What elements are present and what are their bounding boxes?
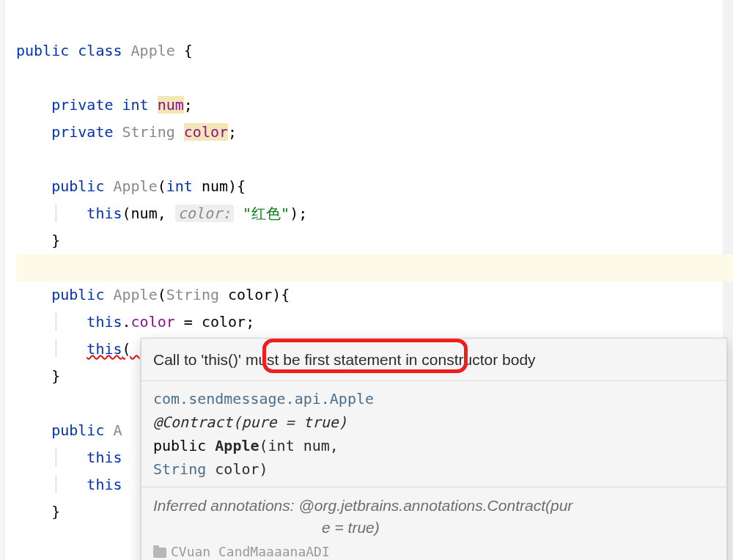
keyword-public: public xyxy=(16,42,69,59)
code-line[interactable]: public Apple(String color){ xyxy=(16,286,290,303)
code-line[interactable]: public A xyxy=(16,421,122,439)
code-line[interactable] xyxy=(16,150,25,168)
param-hint-color: color: xyxy=(175,205,234,222)
contract-annotation: @Contract(pure = true) xyxy=(153,410,715,434)
code-line[interactable]: } xyxy=(16,367,60,385)
error-tooltip: Call to 'this()' must be first statement… xyxy=(141,338,727,560)
code-line[interactable]: │ this.color = color; xyxy=(16,313,254,331)
usage-highlight: num xyxy=(158,96,184,114)
code-line[interactable]: │ this xyxy=(16,476,122,493)
keyword-private: private xyxy=(51,123,113,141)
code-line[interactable]: } xyxy=(16,557,25,560)
code-line[interactable]: public class Apple { xyxy=(16,42,193,59)
type-string: String xyxy=(122,123,175,141)
code-line[interactable] xyxy=(16,69,25,86)
ctor-name: Apple xyxy=(113,177,157,195)
tooltip-text-highlighted: ' must be first statement xyxy=(238,351,405,368)
code-line[interactable]: public Apple(int num){ xyxy=(16,177,246,195)
inferred-rest: annotations: @org.jetbrains.annotations.… xyxy=(206,497,572,514)
class-name: Apple xyxy=(131,42,175,59)
code-line[interactable]: } xyxy=(16,503,60,520)
tooltip-truncated: CVuan CandMaaaanaADI xyxy=(153,542,715,560)
string-literal: "红色" xyxy=(243,205,290,222)
code-line[interactable] xyxy=(16,394,25,412)
partial-ctor: A xyxy=(113,421,122,439)
tooltip-text: in constructor body xyxy=(405,351,535,368)
tooltip-text: Call to 'this() xyxy=(153,351,238,368)
caret-line[interactable] xyxy=(16,254,733,281)
tooltip-inferred: Inferred annotations: @org.jetbrains.ann… xyxy=(141,487,726,560)
tooltip-doc: com.sendmessage.api.Apple @Contract(pure… xyxy=(141,381,726,487)
tooltip-error-message: Call to 'this()' must be first statement… xyxy=(141,339,726,381)
code-line[interactable]: │ this xyxy=(16,449,122,466)
keyword-this: this xyxy=(86,205,122,222)
code-line[interactable]: │ this(num, color: "红色"); xyxy=(16,205,307,222)
code-line[interactable]: private int num; xyxy=(16,96,193,114)
keyword-class: class xyxy=(78,42,122,59)
keyword-private: private xyxy=(51,96,113,114)
signature-line-2: String color) xyxy=(153,457,715,481)
inferred-label: Inferred xyxy=(153,497,206,514)
folder-icon xyxy=(153,548,166,558)
code-line[interactable]: } xyxy=(16,232,60,249)
keyword-int: int xyxy=(122,96,149,114)
inferred-continued: e = true) xyxy=(153,517,715,538)
code-line[interactable]: private String color; xyxy=(16,123,237,141)
usage-highlight: color xyxy=(184,123,228,141)
fqcn: com.sendmessage.api.Apple xyxy=(153,387,715,410)
signature-line-1: public Apple(int num, xyxy=(153,434,715,457)
code-line[interactable] xyxy=(16,530,25,548)
